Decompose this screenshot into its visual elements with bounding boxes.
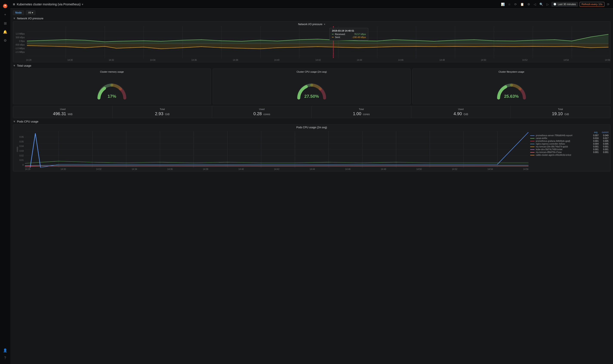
memory-gauge-wrap: 17% [95,74,129,102]
network-section-title: Network I/O pressure [17,17,43,20]
refresh-icon-btn[interactable]: ⟳ [606,2,610,7]
memory-used-number: 496.31 [53,111,66,116]
legend-current-4: 0.001 [600,145,609,148]
legend-item-3[interactable]: nginx-ingress-controller-4d5wv 0.004 0.0… [530,143,609,145]
legend-line-2 [530,141,534,141]
memory-total-value: 2.93 GiB [115,111,210,116]
legend-item-6[interactable]: my-tomcat-cff6bf756-t7ssw 0.001 0.001 [530,151,609,153]
fs-total-unit: GiB [564,113,569,116]
snapshot-btn[interactable]: 📋 [519,2,525,7]
sidebar-logo[interactable] [2,3,9,10]
network-chart-dropdown[interactable]: ▾ [324,23,325,26]
pods-chart-svg [25,131,529,168]
pods-chart-left: 0.06 0.05 0.04 0.03 0.02 0.01 0 cores [13,129,529,171]
node-all-select[interactable]: All ▾ [26,10,36,15]
pods-collapse[interactable]: ▼ [13,120,16,123]
total-usage-title: Total usage [17,64,31,67]
sidebar-add[interactable]: + [2,11,9,18]
legend-item-1[interactable]: canal-xk49v 0.016 0.017 [530,137,609,140]
node-filter-label: Node [13,10,24,15]
legend-item-7[interactable]: cattle-cluster-agent-c49cd4c6d-tz4zd [530,154,609,156]
network-chart-title: Network I/O pressure [298,23,322,26]
filesystem-gauge-panel: Cluster filesystem usage 25.63% [412,68,610,104]
received-value: 78.57 kBps [354,33,366,36]
time-range[interactable]: 🕐 Last 30 minutes [551,2,578,7]
legend-header: avg current [530,131,609,133]
memory-gauge-title: Cluster memory usage [15,70,209,73]
time-range-label: Last 30 minutes [558,3,576,6]
legend-line-1 [530,138,534,139]
legend-avg-5: 0.001 [590,148,599,151]
memory-total-cell: Total 2.93 GiB [113,106,212,118]
sidebar-settings[interactable]: ⚙ [2,37,9,44]
fs-used-label: Used [413,108,508,110]
legend-avg-0: 0.007 [590,134,599,137]
network-section-header: ▼ Network I/O pressure [13,17,610,20]
sidebar-help[interactable]: ? [2,354,9,361]
pods-chart-title: Pods CPU usage (2m avg) [296,126,327,129]
fs-used-unit: GiB [463,113,468,116]
chart-icon-btn[interactable]: 📊 [500,2,505,7]
fs-used-cell: Used 4.90 GiB [411,106,511,118]
legend-name-7: cattle-cluster-agent-c49cd4c6d-tz4zd [536,154,589,156]
svg-point-25 [305,86,307,88]
fs-total-cell: Total 19.10 GiB [511,106,610,118]
filesystem-gauge-container: 25.63% [414,74,609,102]
filesystem-gauge-title: Cluster filesystem usage [414,70,609,73]
network-panel: Network I/O pressure ▾ 1.0 MBps 500 kBps… [13,21,610,62]
legend-current-6: 0.001 [600,151,609,153]
pods-section-title: Pods CPU usage [17,120,39,123]
settings-btn[interactable]: ⚙ [527,2,531,7]
zoom-btn[interactable]: 🔍 [539,2,544,7]
filter-bar: Node All ▾ [13,10,610,15]
memory-total-unit: GiB [165,113,170,116]
legend-avg-6: 0.001 [590,151,599,153]
sent-label: Sent: [335,36,341,39]
sidebar: + ⊞ 🔔 ⚙ 👤 ? [0,0,10,364]
legend-item-0[interactable]: prometheus-server-7f9fdd6446-mpvs4 0.007… [530,134,609,137]
legend-item-5[interactable]: kube-dns-5fd74c7488-bnlwt 0.001 0.001 [530,148,609,151]
cpu-gauge-value: 27.50% [304,94,319,99]
memory-total-label: Total [115,108,210,110]
pods-y-axis: 0.06 0.05 0.04 0.03 0.02 0.01 0 [13,136,25,166]
star-btn[interactable]: ☆ [507,2,512,7]
network-collapse-icon[interactable]: ▼ [13,17,16,20]
share-btn[interactable]: ⟳ [513,2,518,7]
legend-line-4 [530,146,534,147]
legend-line-0 [530,135,534,136]
total-usage-collapse[interactable]: ▼ [13,64,16,67]
svg-point-26 [505,86,506,88]
legend-name-2: prometheus-grafana-9dfd4bdc-gpqfj [536,140,589,142]
network-chart-svg [27,26,609,58]
sidebar-alerts[interactable]: 🔔 [2,28,9,35]
tooltip-date: 2019-03-19 14:40:51 [332,29,366,32]
cpu-total-unit: cores [363,113,370,116]
pods-line-chart-container: 0.06 0.05 0.04 0.03 0.02 0.01 0 cores [13,129,610,171]
legend-avg-2: 0.001 [590,140,599,142]
sidebar-user[interactable]: 👤 [2,347,9,354]
memory-used-unit: MiB [68,113,72,116]
topbar-dropdown-arrow[interactable]: ▾ [82,3,83,6]
legend-name-3: nginx-ingress-controller-4d5wv [536,143,589,145]
prev-btn[interactable]: ◁ [533,2,537,7]
legend-item-4[interactable]: my-tomcat-i18n-88c74bd74-qptzb 0.001 0.0… [530,145,609,148]
legend-item-2[interactable]: prometheus-grafana-9dfd4bdc-gpqfj 0.001 … [530,140,609,142]
received-label: Received: [335,33,345,36]
legend-current-2: 0.005 [600,140,609,142]
filesystem-gauge-wrap: 25.63% [494,74,529,102]
legend-line-7 [530,155,534,155]
legend-current-header: current [602,131,609,133]
filesystem-gauge-value: 25.63% [504,94,519,99]
sidebar-dashboard[interactable]: ⊞ [2,20,9,27]
cpu-gauge-wrap: 27.50% [294,74,329,102]
fs-total-label: Total [513,108,608,110]
cpu-used-cell: Used 0.28 cores [212,106,312,118]
pods-legend: avg current prometheus-server-7f9fdd6446… [529,129,610,171]
cpu-used-number: 0.28 [253,111,262,116]
next-btn[interactable]: ▷ [546,2,550,7]
gauges-row: Cluster memory usage [13,68,610,104]
fs-used-number: 4.90 [453,111,462,116]
cpu-used-unit: cores [263,113,270,116]
refresh-btn[interactable]: Refresh every 10s [580,2,604,7]
legend-name-6: my-tomcat-cff6bf756-t7ssw [536,151,589,153]
